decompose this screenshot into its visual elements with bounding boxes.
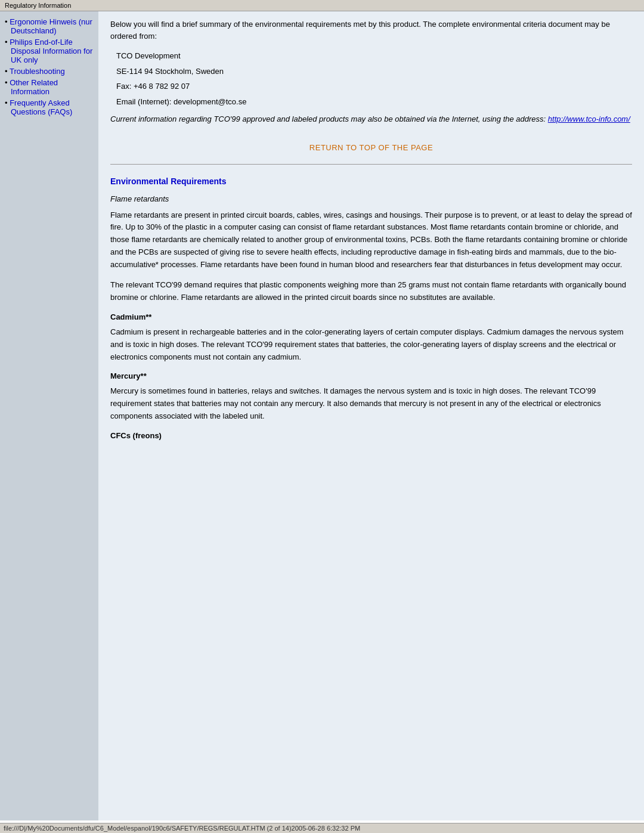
flame-retardants-subtitle: Flame retardants [110,194,632,203]
address-line-3: Fax: +46 8 782 92 07 [116,80,632,92]
main-content: Below you will find a brief summary of t… [98,11,644,820]
address-line-2: SE-114 94 Stockholm, Sweden [116,66,632,78]
cadmium-para: Cadmium is present in rechargeable batte… [110,326,632,363]
sidebar-link-3[interactable]: Troubleshooting [10,67,65,76]
address-block: TCO Development SE-114 94 Stockholm, Swe… [116,50,632,107]
sidebar-item-5[interactable]: Frequently Asked Questions (FAQs) [5,98,94,116]
sidebar-link-2[interactable]: Philips End-of-Life Disposal Information… [10,38,92,64]
address-line-4: Email (Internet): development@tco.se [116,96,632,108]
address-line-1: TCO Development [116,50,632,62]
sidebar-item-1[interactable]: Ergonomie Hinweis (nur Deutschland) [5,17,94,35]
section-divider [110,164,632,165]
sidebar: Ergonomie Hinweis (nur Deutschland) Phil… [0,11,98,820]
sidebar-link-1[interactable]: Ergonomie Hinweis (nur Deutschland) [10,17,92,35]
flame-retardants-para2: The relevant TCO'99 demand requires that… [110,279,632,304]
sidebar-item-3[interactable]: Troubleshooting [5,67,94,76]
return-link-container: RETURN TO TOP OF THE PAGE [110,143,632,152]
tco-link[interactable]: http://www.tco-info.com/ [548,114,630,123]
return-to-top-link[interactable]: RETURN TO TOP OF THE PAGE [309,143,433,152]
env-section-title: Environmental Requirements [110,176,632,186]
intro-paragraph: Below you will find a brief summary of t… [110,18,632,42]
sidebar-nav: Ergonomie Hinweis (nur Deutschland) Phil… [5,17,94,116]
flame-retardants-para1: Flame retardants are present in printed … [110,209,632,271]
mercury-title: Mercury** [110,371,632,380]
sidebar-item-2[interactable]: Philips End-of-Life Disposal Information… [5,38,94,64]
title-text: Regulatory Information [5,2,71,9]
title-bar: Regulatory Information [0,0,644,11]
cadmium-title: Cadmium** [110,312,632,321]
sidebar-link-4[interactable]: Other Related Information [10,78,58,96]
cfc-title: CFCs (freons) [110,431,632,440]
mercury-para: Mercury is sometimes found in batteries,… [110,385,632,422]
sidebar-link-5[interactable]: Frequently Asked Questions (FAQs) [10,98,72,116]
sidebar-item-4[interactable]: Other Related Information [5,78,94,96]
italic-note: Current information regarding TCO'99 app… [110,113,632,125]
